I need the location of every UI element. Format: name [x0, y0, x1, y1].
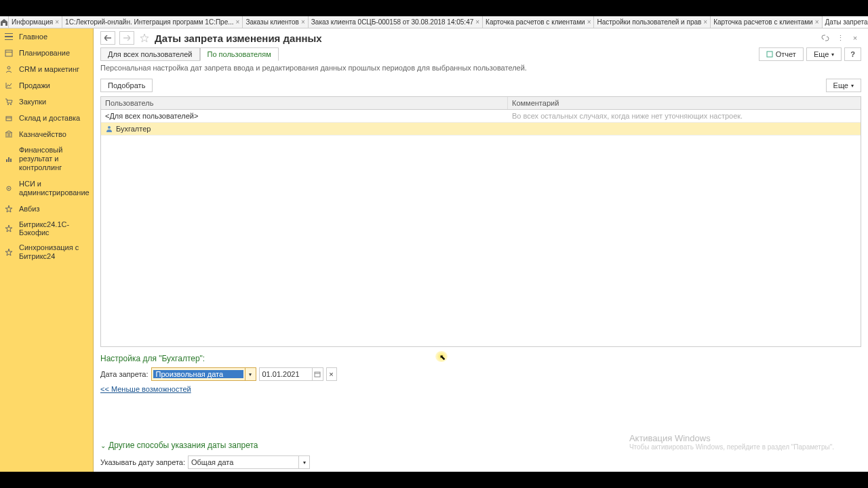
sidebar-item-purchases[interactable]: Закупки [0, 94, 93, 110]
back-button[interactable] [100, 31, 115, 45]
sidebar-item-planning[interactable]: Планирование [0, 45, 93, 61]
sidebar-item-label: Закупки [19, 98, 46, 106]
menu-button[interactable]: ⋮ [834, 32, 846, 44]
svg-rect-7 [6, 159, 7, 162]
sidebar-item-nsi[interactable]: НСИ и администрирование [0, 176, 93, 201]
watermark-subtitle: Чтобы активировать Windows, перейдите в … [629, 443, 834, 451]
help-button[interactable]: ? [844, 47, 861, 61]
chevron-down-icon[interactable]: ▾ [245, 368, 256, 380]
tab-info[interactable]: Информация× [9, 16, 62, 28]
users-table[interactable]: Пользователь Комментарий <Для всех польз… [100, 96, 861, 347]
close-icon[interactable]: × [55, 18, 59, 26]
clear-date-button[interactable]: × [326, 367, 337, 381]
tab-orders[interactable]: Заказы клиентов× [243, 16, 308, 28]
sidebar-item-label: Казначейство [19, 130, 66, 138]
star-icon [4, 204, 14, 214]
chart-icon [4, 155, 14, 164]
date-type-select[interactable]: Произвольная дата ▾ [151, 367, 256, 381]
close-icon[interactable]: × [301, 18, 305, 26]
specify-date-label: Указывать дату запрета: [100, 458, 185, 466]
tab-label: Заказ клиента 0СЦБ-000158 от 30.08.2018 … [311, 18, 473, 26]
sidebar-item-sales[interactable]: Продажи [0, 77, 93, 94]
page-title: Даты запрета изменения данных [155, 33, 322, 44]
svg-rect-9 [10, 159, 12, 162]
tabs-bar: Информация× 1С:Лекторий-онлайн. Интеграц… [0, 16, 868, 28]
collapsible-title: Другие способы указания даты запрета [108, 441, 258, 450]
close-icon[interactable]: × [587, 18, 591, 26]
favorite-button[interactable] [138, 32, 151, 44]
table-row[interactable]: <Для всех пользователей> Во всех остальн… [101, 110, 861, 123]
home-tab[interactable] [0, 16, 9, 28]
chevron-down-icon: ▾ [831, 52, 834, 58]
column-header-user[interactable]: Пользователь [101, 97, 508, 109]
svg-rect-8 [8, 157, 9, 162]
bottom-form: Указывать дату запрета: Общая дата ▾ [94, 453, 868, 472]
sub-tab-by-users[interactable]: По пользователям [200, 47, 279, 61]
select-value: Общая дата [189, 458, 298, 466]
less-options-link[interactable]: << Меньше возможностей [100, 385, 861, 393]
sidebar-item-bitrix-sync[interactable]: Синхронизация с Битрикс24 [0, 240, 93, 264]
settings-section: Настройка для "Бухгалтер": Дата запрета:… [94, 347, 868, 400]
tab-card2[interactable]: Карточка расчетов с клиентами× [711, 16, 822, 28]
close-icon[interactable]: × [815, 18, 819, 26]
svg-rect-5 [6, 117, 12, 121]
more-button[interactable]: Еще▾ [806, 47, 842, 61]
close-icon[interactable]: × [475, 18, 479, 26]
link-button[interactable] [819, 32, 831, 44]
table-row[interactable]: Бухгалтер [101, 123, 861, 136]
svg-point-4 [10, 104, 12, 105]
tab-dates[interactable]: Даты запрета изменения данных× [823, 16, 868, 28]
sidebar-item-main[interactable]: Главное [0, 28, 93, 45]
page-header: Даты запрета изменения данных ⋮ × [94, 28, 868, 47]
more-button-toolbar[interactable]: Еще▾ [826, 79, 861, 92]
sidebar-item-finance[interactable]: Финансовый результат и контроллинг [0, 142, 93, 176]
select-button[interactable]: Подобрать [100, 79, 153, 92]
date-label: Дата запрета: [100, 370, 149, 378]
sidebar-item-label: Финансовый результат и контроллинг [19, 146, 89, 173]
watermark-title: Активация Windows [629, 433, 834, 443]
tab-label: Настройки пользователей и прав [597, 18, 701, 26]
sidebar-item-bitrix-backoffice[interactable]: Битрикс24.1С-Бэкофис [0, 217, 93, 240]
tab-label: Карточка расчетов с клиентами [486, 18, 585, 26]
sidebar-item-label: CRM и маркетинг [19, 65, 79, 73]
cell-comment [508, 127, 861, 130]
document-icon [766, 51, 773, 58]
chevron-down-icon[interactable]: ▾ [298, 456, 309, 468]
tab-label: Информация [12, 18, 53, 26]
sidebar-item-treasury[interactable]: Казначейство [0, 126, 93, 142]
forward-button[interactable] [119, 31, 134, 45]
tab-card1[interactable]: Карточка расчетов с клиентами× [483, 16, 594, 28]
chevron-down-icon: ⌄ [100, 442, 106, 449]
sidebar-item-label: Продажи [19, 81, 50, 89]
date-input[interactable]: 01.01.2021 [259, 367, 323, 381]
top-blackbar [0, 0, 868, 16]
calendar-icon [4, 48, 14, 58]
close-button[interactable]: × [849, 32, 861, 44]
svg-point-3 [7, 104, 9, 105]
sidebar-item-avbiz[interactable]: Авбиз [0, 201, 93, 217]
tab-settings[interactable]: Настройки пользователей и прав× [594, 16, 711, 28]
calendar-icon[interactable] [312, 368, 323, 380]
sidebar: Главное Планирование CRM и маркетинг Про… [0, 28, 94, 472]
report-label: Отчет [776, 50, 796, 58]
svg-rect-14 [315, 372, 320, 377]
sub-tab-all-users[interactable]: Для всех пользователей [100, 47, 200, 61]
close-icon[interactable]: × [236, 18, 240, 26]
specify-date-select[interactable]: Общая дата ▾ [188, 455, 310, 469]
toolbar: Подобрать Еще▾ [94, 79, 868, 96]
user-name: Бухгалтер [116, 125, 151, 133]
report-button[interactable]: Отчет [759, 47, 804, 61]
tab-order[interactable]: Заказ клиента 0СЦБ-000158 от 30.08.2018 … [309, 16, 483, 28]
tab-lectory[interactable]: 1С:Лекторий-онлайн. Интеграция программ … [62, 16, 243, 28]
user-icon [105, 125, 113, 133]
column-header-comment[interactable]: Комментарий [508, 97, 861, 109]
sidebar-item-warehouse[interactable]: Склад и доставка [0, 110, 93, 126]
sidebar-item-crm[interactable]: CRM и маркетинг [0, 61, 93, 77]
tab-label: Даты запрета изменения данных [825, 18, 868, 26]
cart-icon [4, 97, 14, 106]
home-icon [0, 18, 8, 26]
tab-label: Карточка расчетов с клиентами [713, 18, 813, 26]
tab-label: 1С:Лекторий-онлайн. Интеграция программ … [65, 18, 233, 26]
close-icon[interactable]: × [703, 18, 707, 26]
more-label: Еще [814, 50, 829, 58]
